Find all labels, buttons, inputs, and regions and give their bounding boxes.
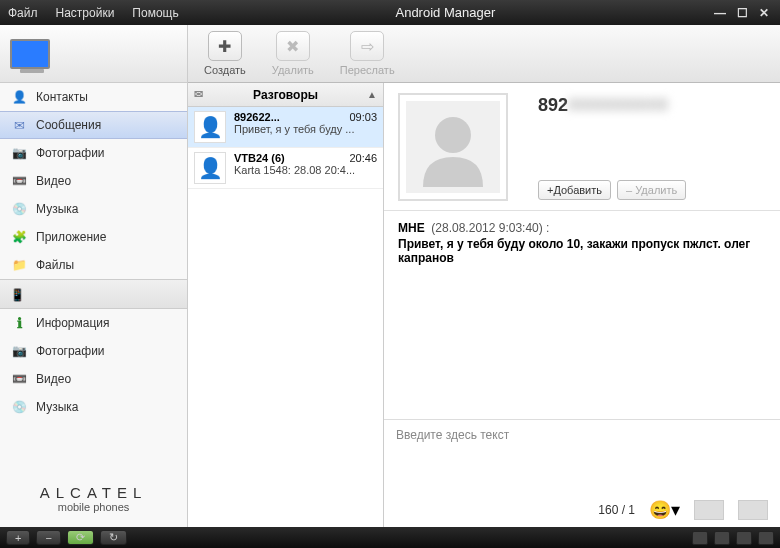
- status-icon: [758, 531, 774, 545]
- sidebar: Контакты Сообщения Фотографии Видео Музы…: [0, 25, 188, 527]
- files-icon: [10, 257, 28, 273]
- conversation-item[interactable]: 👤 892622... 09:03 Привет, я у тебя буду …: [188, 107, 383, 148]
- device-pane: [0, 25, 187, 83]
- message-timestamp: (28.08.2012 9:03:40): [431, 221, 542, 235]
- brand-tag: mobile phones: [0, 501, 187, 513]
- contact-header: 8920000000000 +Добавить – Удалить: [384, 83, 780, 211]
- bottom-add-button[interactable]: +: [6, 530, 30, 545]
- sidebar-item-apps[interactable]: Приложение: [0, 223, 187, 251]
- toolbar-label: Удалить: [272, 64, 314, 76]
- contact-avatar: [398, 93, 508, 201]
- create-button[interactable]: ✚ Создать: [204, 31, 246, 76]
- sidebar-label: Сообщения: [36, 118, 101, 132]
- conversations-panel: ✉ Разговоры ▲ 👤 892622... 09:03 Привет, …: [188, 83, 384, 527]
- brand-logo: ALCATEL mobile phones: [0, 476, 187, 527]
- music-icon: [10, 399, 28, 415]
- maximize-button[interactable]: ☐: [734, 6, 750, 20]
- avatar-icon: 👤: [194, 152, 226, 184]
- delete-contact-button[interactable]: – Удалить: [617, 180, 686, 200]
- contact-number: 8920000000000: [538, 95, 766, 116]
- status-icon: [736, 531, 752, 545]
- monitor-icon: [10, 39, 50, 69]
- info-icon: [10, 315, 28, 331]
- menu-help[interactable]: Помощь: [132, 6, 178, 20]
- sidebar-label: Видео: [36, 372, 71, 386]
- sidebar-label: Музыка: [36, 202, 78, 216]
- sidebar-item-photos[interactable]: Фотографии: [0, 139, 187, 167]
- conversations-header[interactable]: ✉ Разговоры ▲: [188, 83, 383, 107]
- messages-area: МНЕ (28.08.2012 9:03:40) : Привет, я у т…: [384, 211, 780, 419]
- sidebar-label: Контакты: [36, 90, 88, 104]
- detail-panel: 8920000000000 +Добавить – Удалить МНЕ (2…: [384, 83, 780, 527]
- sidebar-item-photos-2[interactable]: Фотографии: [0, 337, 187, 365]
- conv-time: 09:03: [349, 111, 377, 123]
- sidebar-item-files[interactable]: Файлы: [0, 251, 187, 279]
- sidebar-item-music[interactable]: Музыка: [0, 195, 187, 223]
- video-icon: [10, 173, 28, 189]
- bottom-remove-button[interactable]: −: [36, 530, 60, 545]
- sidebar-item-video[interactable]: Видео: [0, 167, 187, 195]
- sidebar-label: Музыка: [36, 400, 78, 414]
- photo-icon: [10, 343, 28, 359]
- bottombar: + − ⟳ ↻: [0, 527, 780, 548]
- sidebar-label: Фотографии: [36, 146, 105, 160]
- char-counter: 160 / 1: [598, 503, 635, 517]
- message-body: Привет, я у тебя буду около 10, закажи п…: [398, 237, 766, 265]
- x-icon: ✖: [286, 37, 299, 56]
- titlebar: Файл Настройки Помощь Android Manager — …: [0, 0, 780, 25]
- conv-preview: Karta 1548: 28.08 20:4...: [234, 164, 377, 176]
- message-sender: МНЕ: [398, 221, 425, 235]
- photo-icon: [10, 145, 28, 161]
- send-button[interactable]: [694, 500, 724, 520]
- sidebar-item-music-2[interactable]: Музыка: [0, 393, 187, 421]
- sidebar-label: Видео: [36, 174, 71, 188]
- messages-icon: [10, 117, 28, 133]
- video-icon: [10, 371, 28, 387]
- avatar-icon: 👤: [194, 111, 226, 143]
- status-icon: [714, 531, 730, 545]
- silhouette-icon: [413, 107, 493, 187]
- menu-settings[interactable]: Настройки: [56, 6, 115, 20]
- compose-input[interactable]: Введите здесь текст: [384, 420, 780, 493]
- forward-button[interactable]: ⇨ Переслать: [340, 31, 395, 76]
- sidebar-item-info[interactable]: Информация: [0, 309, 187, 337]
- forward-icon: ⇨: [361, 37, 374, 56]
- minimize-button[interactable]: —: [712, 6, 728, 20]
- compose-area: Введите здесь текст 160 / 1 😄▾: [384, 419, 780, 527]
- menu-file[interactable]: Файл: [8, 6, 38, 20]
- send-later-button[interactable]: [738, 500, 768, 520]
- phone-icon: [10, 285, 25, 303]
- conv-time: 20:46: [349, 152, 377, 164]
- toolbar-label: Переслать: [340, 64, 395, 76]
- sidebar-label: Файлы: [36, 258, 74, 272]
- toolbar: ✚ Создать ✖ Удалить ⇨ Переслать: [188, 25, 780, 83]
- brand-name: ALCATEL: [0, 484, 187, 501]
- add-contact-button[interactable]: +Добавить: [538, 180, 611, 200]
- emoji-button[interactable]: 😄▾: [649, 499, 680, 521]
- sidebar-item-contacts[interactable]: Контакты: [0, 83, 187, 111]
- bottom-sync-button[interactable]: ⟳: [67, 530, 94, 545]
- close-button[interactable]: ✕: [756, 6, 772, 20]
- bottom-refresh-button[interactable]: ↻: [100, 530, 127, 545]
- app-title: Android Manager: [179, 5, 712, 20]
- plus-icon: ✚: [218, 37, 231, 56]
- delete-button[interactable]: ✖ Удалить: [272, 31, 314, 76]
- sidebar-label: Фотографии: [36, 344, 105, 358]
- mail-icon: ✉: [194, 88, 203, 101]
- conversations-title: Разговоры: [253, 88, 318, 102]
- sidebar-item-messages[interactable]: Сообщения: [0, 111, 187, 139]
- sidebar-label: Информация: [36, 316, 109, 330]
- music-icon: [10, 201, 28, 217]
- sidebar-label: Приложение: [36, 230, 106, 244]
- device-section-header: [0, 279, 187, 309]
- conversation-item[interactable]: 👤 VTB24 (6) 20:46 Karta 1548: 28.08 20:4…: [188, 148, 383, 189]
- sort-icon[interactable]: ▲: [367, 89, 377, 100]
- conv-name: VTB24 (6): [234, 152, 285, 164]
- status-icon: [692, 531, 708, 545]
- sidebar-item-video-2[interactable]: Видео: [0, 365, 187, 393]
- contacts-icon: [10, 89, 28, 105]
- conv-preview: Привет, я у тебя буду ...: [234, 123, 377, 135]
- svg-point-0: [435, 117, 471, 153]
- toolbar-label: Создать: [204, 64, 246, 76]
- conv-name: 892622...: [234, 111, 280, 123]
